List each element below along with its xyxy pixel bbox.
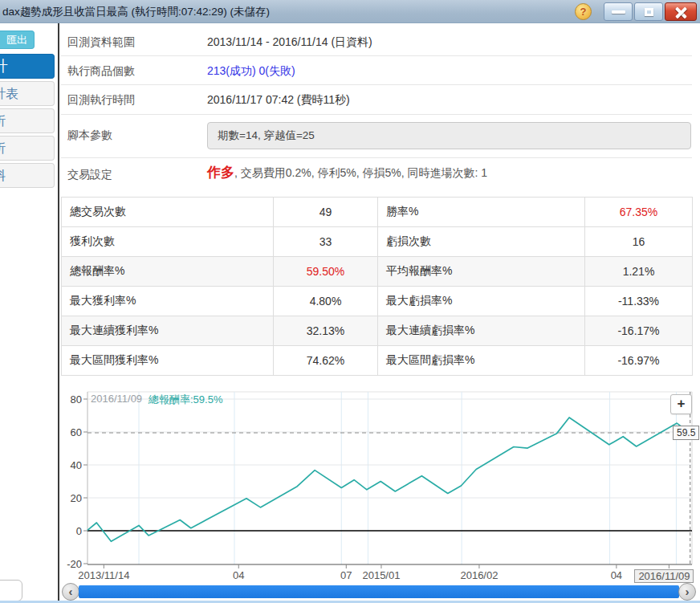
export-label: 匯出 [6, 34, 27, 46]
stat-value-cell: 32.13% [274, 316, 378, 346]
scrollbar-thumb[interactable] [79, 585, 679, 598]
info-label-product-count: 執行商品個數 [67, 64, 135, 79]
trade-setting-highlight: 作多 [207, 165, 234, 180]
separator [61, 55, 692, 56]
separator [61, 114, 692, 115]
restore-icon [645, 8, 653, 16]
sidebar-tab[interactable]: 料 [0, 163, 55, 188]
stat-label-cell: 勝率% [378, 198, 585, 227]
x-axis-tick-label: 2015/01 [362, 569, 400, 581]
stat-value-cell: 67.35% [585, 198, 693, 227]
stat-label-cell: 獲利次數 [62, 227, 274, 257]
x-axis-tick-label: 2013/11/14 [78, 569, 129, 581]
sidebar-tab-label: 料 [0, 164, 6, 187]
scroll-left-button[interactable]: ‹ [62, 583, 79, 601]
stat-value-cell: 1.21% [585, 257, 693, 287]
chart-ref-line-label: 59.5 [673, 426, 699, 440]
stat-value-cell: 59.50% [274, 257, 378, 287]
minimize-button[interactable] [604, 2, 633, 21]
info-label-data-range: 回測資料範圍 [67, 35, 135, 50]
y-axis-tick-label: 60 [58, 426, 82, 438]
info-value-product-count[interactable]: 213(成功) 0(失敗) [207, 64, 295, 79]
info-label-exec-time: 回測執行時間 [67, 93, 135, 108]
stat-label-cell: 總交易次數 [62, 198, 274, 227]
sidebar-tab-label: 析 [0, 136, 6, 160]
info-value-exec-time: 2016/11/17 07:42 (費時11秒) [207, 93, 350, 108]
stats-table-row: 總交易次數49勝率%67.35% [62, 198, 693, 227]
close-button[interactable] [665, 2, 697, 21]
stats-table-row: 總報酬率%59.50%平均報酬率%1.21% [62, 257, 693, 287]
window-titlebar[interactable]: dax趨勢成形且收當日最高 (執行時間:07:42:29) (未儲存) ? [0, 0, 700, 23]
stat-value-cell: 49 [274, 198, 378, 227]
stat-label-cell: 最大區間獲利率% [62, 346, 274, 376]
scroll-right-button[interactable]: › [678, 583, 696, 601]
sidebar-tab[interactable]: 析 [0, 108, 55, 133]
stat-value-cell: 33 [274, 227, 378, 257]
stats-table: 總交易次數49勝率%67.35%獲利次數33虧損次數16總報酬率%59.50%平… [61, 197, 693, 376]
stat-label-cell: 平均報酬率% [378, 257, 585, 287]
sidebar-export-button[interactable]: 匯出 [0, 31, 35, 49]
script-param-input[interactable] [207, 122, 691, 149]
sidebar-tab-label: 計 [0, 55, 8, 78]
info-value-data-range: 2013/11/14 - 2016/11/14 (日資料) [207, 35, 372, 50]
stat-value-cell: 74.62% [274, 346, 378, 376]
sidebar-tab[interactable]: 計 [0, 54, 55, 79]
stats-table-row: 獲利次數33虧損次數16 [62, 227, 693, 257]
y-axis-tick-label: 20 [58, 492, 82, 504]
corner-box [0, 580, 22, 601]
sidebar-tab-label: 計表 [0, 82, 18, 105]
y-axis-tick-label: -20 [58, 558, 82, 570]
minimize-icon [612, 10, 625, 14]
help-button[interactable]: ? [575, 3, 592, 20]
stat-value-cell: 16 [585, 227, 693, 257]
info-label-script-param: 腳本參數 [67, 128, 112, 143]
stats-table-row: 最大區間獲利率%74.62%最大區間虧損率%-16.97% [62, 346, 693, 376]
stat-label-cell: 最大獲利率% [62, 287, 274, 316]
chart-hover-series: 總報酬率:59.5% [149, 393, 222, 407]
trade-setting-value: 作多, 交易費用0.2%, 停利5%, 停損5%, 同時進場次數: 1 [207, 163, 487, 181]
x-axis-tick-label: 07 [340, 569, 352, 581]
stat-label-cell: 最大連續獲利率% [62, 316, 274, 346]
stats-table-row: 最大連續獲利率%32.13%最大連續虧損率%-16.17% [62, 316, 693, 346]
stats-table-row: 最大獲利率%4.80%最大虧損率%-11.33% [62, 287, 693, 316]
stat-label-cell: 最大虧損率% [378, 287, 585, 316]
application-window: dax趨勢成形且收當日最高 (執行時間:07:42:29) (未儲存) ? 匯出… [0, 0, 700, 603]
stat-value-cell: -11.33% [585, 287, 693, 316]
chart-zoom-in-button[interactable]: + [670, 394, 692, 414]
separator [61, 84, 692, 85]
y-axis-tick-label: 40 [58, 459, 82, 471]
help-icon: ? [580, 6, 587, 18]
sidebar-tab-label: 析 [0, 109, 6, 132]
info-label-trade-setting: 交易設定 [67, 168, 112, 182]
stat-value-cell: -16.97% [585, 346, 693, 376]
sidebar-tab[interactable]: 計表 [0, 81, 55, 106]
x-axis-tick-label: 04 [233, 569, 244, 581]
x-axis-tick-label: 04 [611, 569, 622, 581]
stat-label-cell: 總報酬率% [62, 257, 274, 287]
stat-value-cell: -16.17% [585, 316, 693, 346]
stat-value-cell: 4.80% [274, 287, 378, 316]
stat-label-cell: 最大區間虧損率% [378, 346, 585, 376]
x-axis-tick-label: 2016/11/09 [634, 569, 694, 583]
equity-curve-chart[interactable]: 2016/11/09 總報酬率:59.5% 59.5 + 806040200-2… [0, 389, 700, 603]
chart-series-line [88, 418, 690, 541]
separator [61, 157, 692, 158]
y-axis-tick-label: 0 [58, 525, 82, 537]
window-title: dax趨勢成形且收當日最高 (執行時間:07:42:29) (未儲存) [2, 5, 270, 19]
x-axis-tick-label: 2016/02 [460, 569, 498, 581]
trade-setting-detail: , 交易費用0.2%, 停利5%, 停損5%, 同時進場次數: 1 [234, 166, 487, 179]
stat-label-cell: 最大連續虧損率% [378, 316, 585, 346]
y-axis-tick-label: 80 [58, 393, 82, 405]
sidebar-tab[interactable]: 析 [0, 136, 55, 161]
stat-label-cell: 虧損次數 [378, 227, 585, 257]
chart-hover-date: 2016/11/09 [91, 393, 142, 405]
restore-button[interactable] [634, 2, 663, 21]
